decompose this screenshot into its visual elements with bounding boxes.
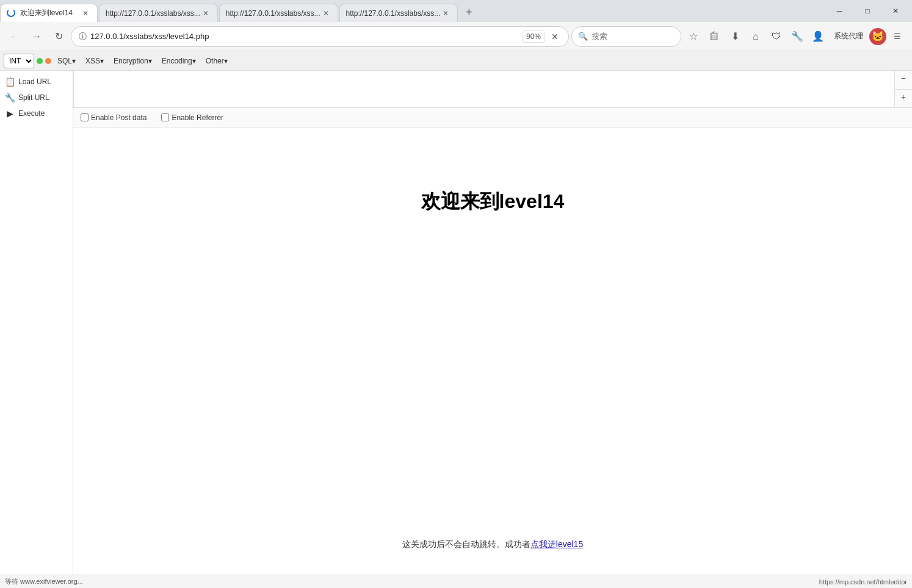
bookmark-icon[interactable]: ☆ bbox=[684, 27, 703, 46]
encryption-menu[interactable]: Encryption▾ bbox=[110, 55, 156, 67]
minimize-button[interactable]: ─ bbox=[825, 0, 853, 22]
titlebar: 欢迎来到level14 ✕ http://127.0.0.1/xsslabs/x… bbox=[0, 0, 912, 22]
hackbar: INT SQL▾ XSS▾ Encryption▾ Encoding▾ Othe… bbox=[0, 51, 912, 71]
sidebar-item-split-url[interactable]: 🔧 Split URL bbox=[0, 90, 73, 105]
tab-title-4: http://127.0.0.1/xsslabs/xss... bbox=[346, 9, 441, 18]
enable-referrer-label[interactable]: Enable Referrer bbox=[161, 113, 223, 122]
clear-button[interactable]: ✕ bbox=[549, 30, 561, 43]
request-textarea[interactable] bbox=[73, 71, 894, 107]
encoding-menu[interactable]: Encoding▾ bbox=[158, 55, 200, 67]
status-left: 等待 www.exifviewer.org... bbox=[5, 577, 83, 586]
search-box[interactable]: 🔍 bbox=[571, 26, 681, 47]
tab-4[interactable]: http://127.0.0.1/xsslabs/xss... ✕ bbox=[339, 4, 458, 22]
avatar-icon: 🐱 bbox=[872, 30, 884, 42]
request-area: − + bbox=[73, 71, 912, 108]
split-url-label: Split URL bbox=[18, 93, 49, 102]
search-input[interactable] bbox=[592, 32, 665, 41]
sql-menu[interactable]: SQL▾ bbox=[54, 55, 79, 67]
shield-icon[interactable]: 🛡 bbox=[767, 27, 786, 46]
status-right: https://mp.csdn.net/htmleditor bbox=[819, 578, 907, 586]
execute-icon: ▶ bbox=[5, 109, 15, 118]
request-controls: − + bbox=[894, 71, 912, 107]
system-proxy-label[interactable]: 系统代理 bbox=[829, 29, 868, 44]
footer-static-text: 这关成功后不会自动跳转。成功者 bbox=[402, 539, 530, 549]
sidebar-item-load-url[interactable]: 📋 Load URL bbox=[0, 74, 73, 89]
tab-title-3: http://127.0.0.1/xsslabs/xss... bbox=[226, 9, 320, 18]
nav-icons: ☆ 自 ⬇ ⌂ 🛡 🔧 👤 系统代理 🐱 ☰ bbox=[684, 27, 907, 46]
other-menu[interactable]: Other▾ bbox=[202, 55, 231, 67]
content-area: 📋 Load URL 🔧 Split URL ▶ Execute − + bbox=[0, 71, 912, 575]
reload-button[interactable]: ↻ bbox=[49, 27, 68, 46]
maximize-button[interactable]: □ bbox=[853, 0, 881, 22]
minus-button[interactable]: − bbox=[895, 71, 912, 90]
tab-strip: 欢迎来到level14 ✕ http://127.0.0.1/xsslabs/x… bbox=[0, 0, 825, 22]
load-url-label: Load URL bbox=[18, 77, 51, 86]
main-area: − + Enable Post data Enable Referrer 欢迎来… bbox=[73, 71, 912, 575]
tab-close-1[interactable]: ✕ bbox=[80, 8, 91, 19]
download-icon[interactable]: ⬇ bbox=[725, 27, 745, 46]
page-heading: 欢迎来到level14 bbox=[421, 188, 565, 215]
close-button[interactable]: ✕ bbox=[881, 0, 910, 22]
back-button[interactable]: ← bbox=[5, 27, 24, 46]
page-content: 欢迎来到level14 这关成功后不会自动跳转。成功者点我进level15 bbox=[73, 127, 912, 575]
home-icon[interactable]: ⌂ bbox=[746, 27, 765, 46]
green-dot-icon bbox=[37, 58, 43, 64]
int-select[interactable]: INT bbox=[4, 54, 34, 68]
user-icon[interactable]: 👤 bbox=[808, 27, 828, 46]
tab-3[interactable]: http://127.0.0.1/xsslabs/xss... ✕ bbox=[219, 4, 338, 22]
tab-close-4[interactable]: ✕ bbox=[440, 8, 451, 19]
xss-menu[interactable]: XSS▾ bbox=[82, 55, 107, 67]
post-referrer-bar: Enable Post data Enable Referrer bbox=[73, 108, 912, 127]
tab-title-2: http://127.0.0.1/xsslabs/xss... bbox=[106, 9, 200, 18]
zoom-level[interactable]: 90% bbox=[522, 30, 545, 43]
window-controls: ─ □ ✕ bbox=[825, 0, 912, 22]
enable-referrer-checkbox[interactable] bbox=[161, 113, 169, 121]
level15-link[interactable]: 点我进level15 bbox=[530, 539, 583, 549]
new-tab-button[interactable]: + bbox=[459, 2, 479, 22]
execute-label: Execute bbox=[18, 109, 45, 118]
sidebar: 📋 Load URL 🔧 Split URL ▶ Execute bbox=[0, 71, 73, 575]
tab-1[interactable]: 欢迎来到level14 ✕ bbox=[0, 4, 98, 22]
load-url-icon: 📋 bbox=[5, 77, 15, 87]
navbar: ← → ↻ ⓘ 127.0.0.1/xsslabs/xss/level14.ph… bbox=[0, 22, 912, 51]
sidebar-item-execute[interactable]: ▶ Execute bbox=[0, 106, 73, 121]
tab-close-2[interactable]: ✕ bbox=[200, 8, 211, 19]
forward-button[interactable]: → bbox=[27, 27, 46, 46]
menu-button[interactable]: ☰ bbox=[888, 27, 907, 46]
lock-icon: ⓘ bbox=[79, 31, 87, 42]
plus-button[interactable]: + bbox=[895, 90, 912, 108]
enable-post-label[interactable]: Enable Post data bbox=[81, 113, 147, 122]
page-footer: 这关成功后不会自动跳转。成功者点我进level15 bbox=[402, 539, 583, 550]
enable-post-checkbox[interactable] bbox=[81, 113, 89, 121]
reader-icon[interactable]: 自 bbox=[704, 27, 724, 46]
statusbar: 等待 www.exifviewer.org... https://mp.csdn… bbox=[0, 575, 912, 588]
tab-close-3[interactable]: ✕ bbox=[320, 8, 331, 19]
avatar-button[interactable]: 🐱 bbox=[869, 28, 886, 45]
url-text: 127.0.0.1/xsslabs/xss/level14.php bbox=[90, 32, 518, 41]
tab-2[interactable]: http://127.0.0.1/xsslabs/xss... ✕ bbox=[99, 4, 218, 22]
orange-dot-icon bbox=[45, 58, 51, 64]
tab-title-1: 欢迎来到level14 bbox=[20, 8, 80, 18]
tab-favicon-1 bbox=[7, 9, 16, 18]
tools-icon[interactable]: 🔧 bbox=[787, 27, 807, 46]
address-bar[interactable]: ⓘ 127.0.0.1/xsslabs/xss/level14.php 90% … bbox=[71, 26, 569, 47]
search-icon: 🔍 bbox=[578, 32, 588, 41]
split-url-icon: 🔧 bbox=[5, 93, 15, 102]
